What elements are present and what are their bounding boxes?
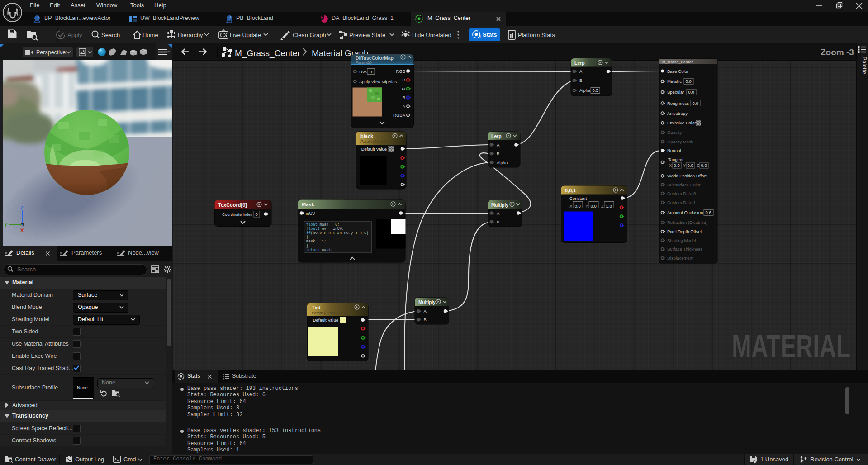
svg-text:Tangent: Tangent: [668, 157, 683, 162]
svg-text:Multiply: Multiply: [491, 203, 508, 208]
svg-text:0.0: 0.0: [674, 163, 680, 168]
svg-text:Apply: Apply: [67, 32, 82, 38]
svg-text:Platform Stats: Platform Stats: [518, 32, 555, 38]
svg-text:Hierarchy: Hierarchy: [178, 32, 203, 38]
svg-text:Emissive Color: Emissive Color: [667, 120, 696, 125]
svg-text:A: A: [497, 142, 500, 147]
svg-text:Opacity: Opacity: [667, 130, 682, 135]
svg-text:Anisotropy: Anisotropy: [667, 111, 688, 116]
svg-text:Mask: Mask: [302, 202, 314, 207]
svg-text:Param (0,0,0,0): Param (0,0,0,0): [360, 139, 387, 144]
svg-text:A: A: [403, 104, 406, 109]
svg-text:0: 0: [256, 212, 258, 217]
svg-text:Surface Thickness: Surface Thickness: [667, 247, 702, 251]
svg-text:black: black: [360, 133, 374, 139]
svg-text:Default Value: Default Value: [313, 318, 338, 323]
svg-text:Normal: Normal: [667, 148, 681, 153]
svg-text:Alpha: Alpha: [497, 160, 508, 165]
svg-text:TexCoord[0]: TexCoord[0]: [218, 202, 247, 208]
svg-text:float mask = 0;: float mask = 0;: [306, 223, 340, 227]
svg-text:A: A: [579, 69, 583, 74]
svg-text:X: X: [20, 228, 24, 233]
svg-text:Custom Data 0: Custom Data 0: [667, 191, 696, 196]
svg-text:Z: Z: [697, 163, 699, 168]
svg-text:0.0: 0.0: [701, 163, 707, 168]
svg-text:0,0,1: 0,0,1: [565, 188, 576, 193]
svg-text:Refraction (Disabled): Refraction (Disabled): [667, 220, 707, 225]
svg-text:Metallic: Metallic: [667, 79, 682, 84]
svg-text:Custom Data 1: Custom Data 1: [667, 200, 696, 205]
svg-text:1.0: 1.0: [606, 204, 612, 209]
svg-text:Shading Model: Shading Model: [667, 238, 696, 243]
svg-text:Tint: Tint: [312, 305, 321, 310]
svg-text:Ambient Occlusion: Ambient Occlusion: [667, 210, 703, 215]
svg-text:Param2D: Param2D: [356, 60, 372, 65]
svg-text:RGB: RGB: [396, 69, 405, 74]
svg-text:Hide Unrelated: Hide Unrelated: [412, 32, 451, 38]
svg-text:Z: Z: [601, 204, 604, 209]
svg-text:}: }: [306, 244, 308, 248]
svg-text:B: B: [497, 151, 499, 156]
svg-text:Home: Home: [142, 32, 158, 38]
svg-text:UVs: UVs: [359, 69, 367, 74]
svg-text:World Position Offset: World Position Offset: [667, 173, 707, 178]
svg-text:0.0: 0.0: [575, 204, 581, 209]
svg-text:0.0: 0.0: [688, 163, 693, 168]
svg-text:Pixel Depth Offset: Pixel Depth Offset: [667, 229, 702, 234]
svg-text:return mask;: return mask;: [306, 248, 333, 252]
svg-text:0.6: 0.6: [706, 210, 711, 215]
svg-text:B: B: [424, 317, 427, 322]
svg-text:Constant: Constant: [569, 196, 587, 201]
svg-text:Base Color: Base Color: [667, 69, 688, 74]
svg-text:Y: Y: [683, 163, 686, 168]
svg-text:Multiply: Multiply: [418, 300, 436, 305]
svg-text:Subsurface Color: Subsurface Color: [667, 182, 700, 187]
svg-text:{: {: [306, 235, 308, 239]
svg-text:Coordinate Index: Coordinate Index: [222, 212, 253, 217]
svg-text:Search: Search: [101, 32, 120, 38]
svg-text:0.0: 0.0: [688, 90, 694, 95]
svg-text:i: i: [479, 33, 481, 38]
svg-text:B: B: [497, 219, 499, 224]
svg-text:Lerp: Lerp: [574, 60, 585, 66]
svg-text:A: A: [497, 211, 500, 216]
svg-text:A: A: [424, 308, 427, 313]
svg-text:0.0: 0.0: [693, 101, 698, 106]
svg-text:B: B: [579, 78, 582, 83]
svg-text:Clean Graph: Clean Graph: [293, 32, 326, 38]
svg-text:0.0: 0.0: [591, 204, 597, 209]
svg-text:if(uv.x > 0.5 && uv.y < 0.5): if(uv.x > 0.5 && uv.y < 0.5): [306, 231, 369, 235]
svg-text:0.5: 0.5: [593, 88, 598, 93]
svg-text:0.0: 0.0: [686, 79, 692, 84]
svg-text:G: G: [402, 86, 405, 91]
svg-text:R: R: [402, 77, 405, 82]
svg-text:mask = 1;: mask = 1;: [306, 239, 326, 243]
svg-text:Default Value: Default Value: [361, 147, 387, 152]
svg-text:Param (0.003,1,0.317,1): Param (0.003,1,0.317,1): [312, 311, 353, 315]
svg-text:Displacement: Displacement: [667, 256, 693, 261]
svg-text:Y: Y: [4, 222, 8, 228]
svg-text:Lerp: Lerp: [491, 133, 502, 139]
svg-text:float2 uv = inUV;: float2 uv = inUV;: [306, 227, 344, 231]
svg-text:X: X: [569, 204, 573, 209]
svg-text:0: 0: [370, 69, 372, 74]
svg-text:B: B: [403, 95, 405, 100]
svg-text:Stats: Stats: [483, 31, 497, 38]
svg-text:RGBA: RGBA: [393, 113, 406, 118]
svg-text:Alpha: Alpha: [579, 88, 591, 93]
svg-text:Live Update: Live Update: [230, 32, 261, 38]
svg-text:Opacity Mask: Opacity Mask: [667, 139, 693, 144]
svg-text:Preview State: Preview State: [349, 32, 385, 38]
svg-text:Roughness: Roughness: [667, 101, 689, 106]
svg-text:M_Grass_Center: M_Grass_Center: [662, 60, 693, 64]
svg-text:X: X: [669, 163, 672, 168]
svg-text:Specular: Specular: [667, 90, 684, 95]
svg-text:Z: Z: [20, 205, 24, 210]
svg-text:Apply View MipBias: Apply View MipBias: [359, 79, 397, 84]
svg-text:Y: Y: [585, 204, 588, 209]
svg-text:inUV: inUV: [306, 211, 315, 216]
